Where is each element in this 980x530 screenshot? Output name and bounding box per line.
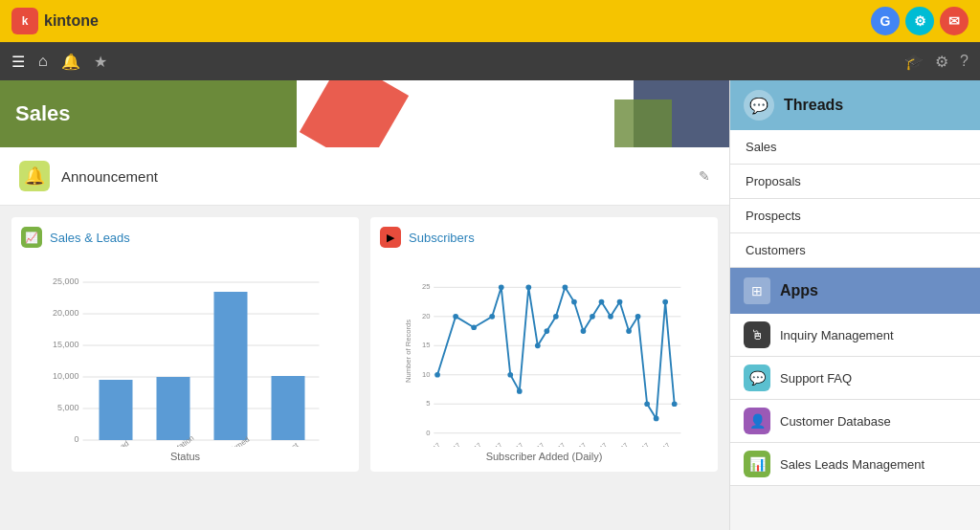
- subscribers-xlabel: Subscriber Added (Daily): [380, 451, 708, 462]
- logo-icon: k: [11, 8, 38, 34]
- app-item-sales-leads[interactable]: 📊 Sales Leads Management: [730, 443, 980, 486]
- thread-item-sales[interactable]: Sales: [730, 130, 980, 165]
- subscribers-chart-header: ▶ Subscribers: [380, 227, 708, 248]
- customer-database-label: Customer Database: [780, 414, 891, 429]
- svg-point-38: [507, 372, 513, 378]
- svg-text:25,000: 25,000: [53, 276, 79, 286]
- svg-point-55: [662, 299, 668, 305]
- sales-leads-mgmt-label: Sales Leads Management: [780, 457, 924, 472]
- svg-point-50: [617, 299, 623, 305]
- svg-point-56: [672, 401, 678, 407]
- home-icon[interactable]: ⌂: [38, 53, 48, 70]
- announcement-left: 🔔 Announcement: [19, 161, 158, 191]
- settings-nav-icon[interactable]: ⚙: [935, 53, 948, 71]
- edit-icon[interactable]: ✎: [699, 168, 710, 184]
- learn-icon[interactable]: 🎓: [904, 53, 924, 71]
- line-chart-svg: Number of Records 0 5 10 15 20 25: [380, 255, 708, 447]
- svg-text:Bid Lost: Bid Lost: [273, 441, 301, 447]
- svg-point-39: [517, 388, 523, 394]
- threads-header-icon: 💬: [744, 90, 774, 121]
- svg-point-48: [599, 299, 605, 305]
- svg-text:20: 20: [422, 312, 430, 320]
- banner-shape-green: [614, 99, 672, 147]
- kintone-logo: k kintone: [11, 8, 99, 34]
- svg-point-45: [571, 299, 577, 305]
- app-item-support[interactable]: 💬 Support FAQ: [730, 357, 980, 400]
- svg-text:20,000: 20,000: [53, 308, 79, 318]
- svg-rect-13: [157, 377, 190, 440]
- settings-icon-btn[interactable]: ⚙: [905, 7, 934, 35]
- svg-point-53: [644, 401, 650, 407]
- nav-bar: ☰ ⌂ 🔔 ★ 🎓 ⚙ ?: [0, 42, 980, 80]
- nav-right: 🎓 ⚙ ?: [904, 53, 969, 71]
- subscribers-chart-title[interactable]: Subscribers: [409, 231, 475, 245]
- svg-rect-14: [214, 292, 248, 440]
- svg-text:Number of Records: Number of Records: [404, 320, 412, 383]
- banner-left: Sales: [0, 80, 297, 147]
- thread-item-proposals[interactable]: Proposals: [730, 165, 980, 199]
- svg-text:0: 0: [426, 429, 430, 437]
- sales-leads-xlabel: Status: [21, 451, 349, 462]
- threads-title: Threads: [784, 97, 843, 114]
- svg-point-43: [553, 314, 559, 320]
- nav-left: ☰ ⌂ 🔔 ★: [11, 53, 107, 71]
- top-bar: k kintone G ⚙ ✉: [0, 0, 980, 42]
- subscribers-chart-card: ▶ Subscribers Number of Records 0 5 10 1…: [370, 217, 718, 472]
- bell-icon[interactable]: 🔔: [61, 53, 80, 71]
- banner-right: [297, 80, 729, 147]
- app-item-customer-db[interactable]: 👤 Customer Database: [730, 400, 980, 443]
- sales-leads-chart-title[interactable]: Sales & Leads: [50, 231, 130, 245]
- svg-rect-15: [272, 376, 305, 440]
- svg-point-41: [535, 342, 541, 348]
- sales-leads-chart-card: 📈 Sales & Leads 0 5,000 10,000 15,000 20…: [11, 217, 359, 472]
- top-bar-right: G ⚙ ✉: [871, 7, 969, 35]
- subscribers-chart-icon: ▶: [380, 227, 401, 248]
- mail-icon-btn[interactable]: ✉: [940, 7, 969, 35]
- svg-point-47: [590, 314, 595, 320]
- svg-rect-12: [100, 380, 133, 440]
- inquiry-management-icon: 🖱: [744, 321, 770, 348]
- svg-point-44: [563, 284, 568, 290]
- customer-database-icon: 👤: [744, 408, 770, 434]
- svg-point-46: [581, 328, 587, 334]
- main-area: Sales 🔔 Announcement ✎ 📈 Sales & Leads: [0, 80, 980, 530]
- svg-text:5: 5: [426, 399, 430, 408]
- inquiry-management-label: Inquiry Management: [780, 328, 894, 342]
- line-chart-container: Number of Records 0 5 10 15 20 25: [380, 255, 708, 447]
- svg-text:Aug 09, 2017: Aug 09, 2017: [410, 441, 442, 447]
- sales-leads-chart-icon: 📈: [21, 227, 42, 248]
- svg-point-34: [453, 314, 458, 320]
- sales-leads-chart-header: 📈 Sales & Leads: [21, 227, 349, 248]
- apps-header: ⊞ Apps: [730, 268, 980, 314]
- menu-icon[interactable]: ☰: [11, 53, 25, 71]
- svg-point-33: [434, 372, 440, 378]
- support-faq-label: Support FAQ: [780, 371, 852, 386]
- thread-item-prospects[interactable]: Prospects: [730, 199, 980, 233]
- support-faq-icon: 💬: [744, 364, 770, 391]
- bar-chart-container: 0 5,000 10,000 15,000 20,000 25,000: [21, 255, 349, 447]
- banner-title: Sales: [15, 101, 71, 126]
- star-icon[interactable]: ★: [94, 53, 107, 71]
- banner: Sales: [0, 80, 729, 147]
- apps-title: Apps: [780, 282, 818, 299]
- threads-header: 💬 Threads: [730, 80, 980, 130]
- svg-text:15,000: 15,000: [53, 340, 79, 349]
- announcement-bell-icon: 🔔: [19, 161, 50, 191]
- thread-item-customers[interactable]: Customers: [730, 233, 980, 268]
- svg-point-51: [626, 328, 632, 334]
- svg-text:0: 0: [74, 434, 78, 444]
- google-icon-btn[interactable]: G: [871, 7, 900, 35]
- right-sidebar: 💬 Threads Sales Proposals Prospects Cust…: [729, 80, 980, 530]
- app-item-inquiry[interactable]: 🖱 Inquiry Management: [730, 314, 980, 357]
- svg-point-49: [608, 314, 613, 320]
- svg-point-36: [489, 314, 495, 320]
- announcement-bar: 🔔 Announcement ✎: [0, 147, 729, 206]
- logo-text: kintone: [44, 12, 99, 30]
- svg-point-35: [471, 324, 477, 330]
- apps-header-icon: ⊞: [744, 277, 770, 304]
- charts-area: 📈 Sales & Leads 0 5,000 10,000 15,000 20…: [0, 206, 729, 483]
- help-icon[interactable]: ?: [960, 53, 969, 70]
- svg-point-40: [525, 284, 531, 290]
- svg-point-42: [545, 328, 550, 334]
- svg-point-54: [654, 416, 659, 422]
